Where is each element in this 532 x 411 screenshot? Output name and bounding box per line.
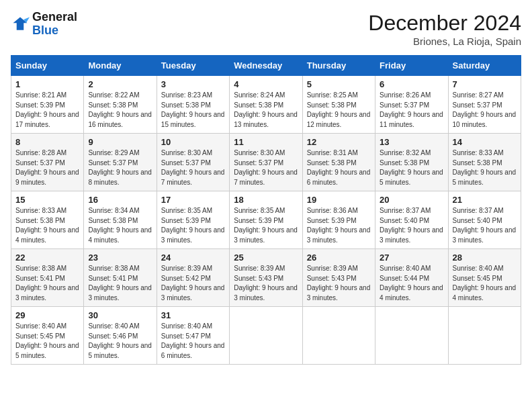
day-number: 5 <box>307 79 371 89</box>
day-number: 8 <box>15 137 79 147</box>
day-number: 12 <box>307 137 371 147</box>
day-number: 4 <box>234 79 298 89</box>
calendar-table: Sunday Monday Tuesday Wednesday Thursday… <box>11 55 521 365</box>
calendar-cell <box>375 307 448 365</box>
calendar-cell: 27Sunrise: 8:40 AM Sunset: 5:44 PM Dayli… <box>375 249 448 307</box>
calendar-week-5: 29Sunrise: 8:40 AM Sunset: 5:45 PM Dayli… <box>11 307 521 365</box>
day-number: 17 <box>161 195 225 205</box>
day-number: 6 <box>380 79 443 89</box>
calendar-week-3: 15Sunrise: 8:33 AM Sunset: 5:38 PM Dayli… <box>11 191 521 249</box>
day-number: 14 <box>453 137 517 147</box>
day-info: Sunrise: 8:31 AM Sunset: 5:38 PM Dayligh… <box>307 148 371 187</box>
day-info: Sunrise: 8:33 AM Sunset: 5:38 PM Dayligh… <box>15 206 79 245</box>
day-info: Sunrise: 8:40 AM Sunset: 5:46 PM Dayligh… <box>88 322 152 361</box>
day-info: Sunrise: 8:40 AM Sunset: 5:45 PM Dayligh… <box>15 322 79 361</box>
day-number: 25 <box>234 253 298 263</box>
day-number: 23 <box>88 253 152 263</box>
col-wednesday: Wednesday <box>230 56 302 76</box>
day-number: 13 <box>380 137 443 147</box>
day-number: 16 <box>88 195 152 205</box>
calendar-cell: 12Sunrise: 8:31 AM Sunset: 5:38 PM Dayli… <box>302 134 375 191</box>
day-info: Sunrise: 8:37 AM Sunset: 5:40 PM Dayligh… <box>380 206 443 245</box>
day-number: 18 <box>234 195 298 205</box>
col-tuesday: Tuesday <box>157 56 229 76</box>
calendar-cell: 11Sunrise: 8:30 AM Sunset: 5:37 PM Dayli… <box>230 134 302 191</box>
day-number: 22 <box>15 253 79 263</box>
calendar-cell: 5Sunrise: 8:25 AM Sunset: 5:38 PM Daylig… <box>302 76 375 134</box>
day-number: 21 <box>453 195 517 205</box>
calendar-week-2: 8Sunrise: 8:28 AM Sunset: 5:37 PM Daylig… <box>11 134 521 191</box>
day-number: 31 <box>161 310 225 320</box>
calendar-week-4: 22Sunrise: 8:38 AM Sunset: 5:41 PM Dayli… <box>11 249 521 307</box>
day-info: Sunrise: 8:37 AM Sunset: 5:40 PM Dayligh… <box>453 206 517 245</box>
day-info: Sunrise: 8:32 AM Sunset: 5:38 PM Dayligh… <box>380 148 443 187</box>
month-title: December 2024 <box>368 11 521 36</box>
day-info: Sunrise: 8:36 AM Sunset: 5:39 PM Dayligh… <box>307 206 371 245</box>
day-info: Sunrise: 8:24 AM Sunset: 5:38 PM Dayligh… <box>234 91 298 130</box>
day-info: Sunrise: 8:39 AM Sunset: 5:42 PM Dayligh… <box>161 264 225 303</box>
day-info: Sunrise: 8:39 AM Sunset: 5:43 PM Dayligh… <box>234 264 298 303</box>
calendar-cell <box>230 307 302 365</box>
calendar-cell: 6Sunrise: 8:26 AM Sunset: 5:37 PM Daylig… <box>375 76 448 134</box>
day-number: 28 <box>453 253 517 263</box>
day-info: Sunrise: 8:30 AM Sunset: 5:37 PM Dayligh… <box>161 148 225 187</box>
day-info: Sunrise: 8:29 AM Sunset: 5:37 PM Dayligh… <box>88 148 152 187</box>
day-info: Sunrise: 8:40 AM Sunset: 5:47 PM Dayligh… <box>161 322 225 361</box>
day-info: Sunrise: 8:34 AM Sunset: 5:38 PM Dayligh… <box>88 206 152 245</box>
logo-text: General Blue <box>32 11 77 38</box>
calendar-cell: 16Sunrise: 8:34 AM Sunset: 5:38 PM Dayli… <box>84 191 157 249</box>
col-saturday: Saturday <box>448 56 521 76</box>
day-number: 30 <box>88 310 152 320</box>
calendar-cell: 9Sunrise: 8:29 AM Sunset: 5:37 PM Daylig… <box>84 134 157 191</box>
calendar-cell: 24Sunrise: 8:39 AM Sunset: 5:42 PM Dayli… <box>157 249 229 307</box>
day-info: Sunrise: 8:40 AM Sunset: 5:45 PM Dayligh… <box>453 264 517 303</box>
location: Briones, La Rioja, Spain <box>368 36 521 47</box>
day-info: Sunrise: 8:22 AM Sunset: 5:38 PM Dayligh… <box>88 91 152 130</box>
calendar-cell: 28Sunrise: 8:40 AM Sunset: 5:45 PM Dayli… <box>448 249 521 307</box>
day-info: Sunrise: 8:38 AM Sunset: 5:41 PM Dayligh… <box>88 264 152 303</box>
day-number: 26 <box>307 253 371 263</box>
calendar-cell: 10Sunrise: 8:30 AM Sunset: 5:37 PM Dayli… <box>157 134 229 191</box>
day-number: 20 <box>380 195 443 205</box>
day-number: 1 <box>15 79 79 89</box>
calendar-cell: 30Sunrise: 8:40 AM Sunset: 5:46 PM Dayli… <box>84 307 157 365</box>
calendar-cell: 2Sunrise: 8:22 AM Sunset: 5:38 PM Daylig… <box>84 76 157 134</box>
calendar-cell: 1Sunrise: 8:21 AM Sunset: 5:39 PM Daylig… <box>11 76 84 134</box>
day-info: Sunrise: 8:40 AM Sunset: 5:44 PM Dayligh… <box>380 264 443 303</box>
calendar-cell: 26Sunrise: 8:39 AM Sunset: 5:43 PM Dayli… <box>302 249 375 307</box>
calendar-cell: 22Sunrise: 8:38 AM Sunset: 5:41 PM Dayli… <box>11 249 84 307</box>
day-number: 2 <box>88 79 152 89</box>
day-info: Sunrise: 8:33 AM Sunset: 5:38 PM Dayligh… <box>453 148 517 187</box>
calendar-cell: 13Sunrise: 8:32 AM Sunset: 5:38 PM Dayli… <box>375 134 448 191</box>
day-number: 7 <box>453 79 517 89</box>
day-info: Sunrise: 8:30 AM Sunset: 5:37 PM Dayligh… <box>234 148 298 187</box>
day-number: 27 <box>380 253 443 263</box>
logo: General Blue <box>11 11 77 38</box>
calendar-cell: 29Sunrise: 8:40 AM Sunset: 5:45 PM Dayli… <box>11 307 84 365</box>
day-info: Sunrise: 8:25 AM Sunset: 5:38 PM Dayligh… <box>307 91 371 130</box>
title-block: December 2024 Briones, La Rioja, Spain <box>368 11 521 47</box>
day-number: 3 <box>161 79 225 89</box>
calendar-cell <box>302 307 375 365</box>
calendar-cell <box>448 307 521 365</box>
day-number: 29 <box>15 310 79 320</box>
col-sunday: Sunday <box>11 56 84 76</box>
day-info: Sunrise: 8:21 AM Sunset: 5:39 PM Dayligh… <box>15 91 79 130</box>
calendar-cell: 19Sunrise: 8:36 AM Sunset: 5:39 PM Dayli… <box>302 191 375 249</box>
calendar-cell: 20Sunrise: 8:37 AM Sunset: 5:40 PM Dayli… <box>375 191 448 249</box>
calendar-cell: 21Sunrise: 8:37 AM Sunset: 5:40 PM Dayli… <box>448 191 521 249</box>
day-info: Sunrise: 8:35 AM Sunset: 5:39 PM Dayligh… <box>161 206 225 245</box>
day-info: Sunrise: 8:28 AM Sunset: 5:37 PM Dayligh… <box>15 148 79 187</box>
calendar-cell: 8Sunrise: 8:28 AM Sunset: 5:37 PM Daylig… <box>11 134 84 191</box>
day-info: Sunrise: 8:27 AM Sunset: 5:37 PM Dayligh… <box>453 91 517 130</box>
calendar-cell: 15Sunrise: 8:33 AM Sunset: 5:38 PM Dayli… <box>11 191 84 249</box>
col-thursday: Thursday <box>302 56 375 76</box>
header: General Blue December 2024 Briones, La R… <box>11 11 521 47</box>
calendar-cell: 18Sunrise: 8:35 AM Sunset: 5:39 PM Dayli… <box>230 191 302 249</box>
calendar-cell: 7Sunrise: 8:27 AM Sunset: 5:37 PM Daylig… <box>448 76 521 134</box>
calendar-cell: 3Sunrise: 8:23 AM Sunset: 5:38 PM Daylig… <box>157 76 229 134</box>
logo-icon <box>11 15 30 34</box>
calendar-cell: 23Sunrise: 8:38 AM Sunset: 5:41 PM Dayli… <box>84 249 157 307</box>
day-number: 11 <box>234 137 298 147</box>
day-info: Sunrise: 8:35 AM Sunset: 5:39 PM Dayligh… <box>234 206 298 245</box>
